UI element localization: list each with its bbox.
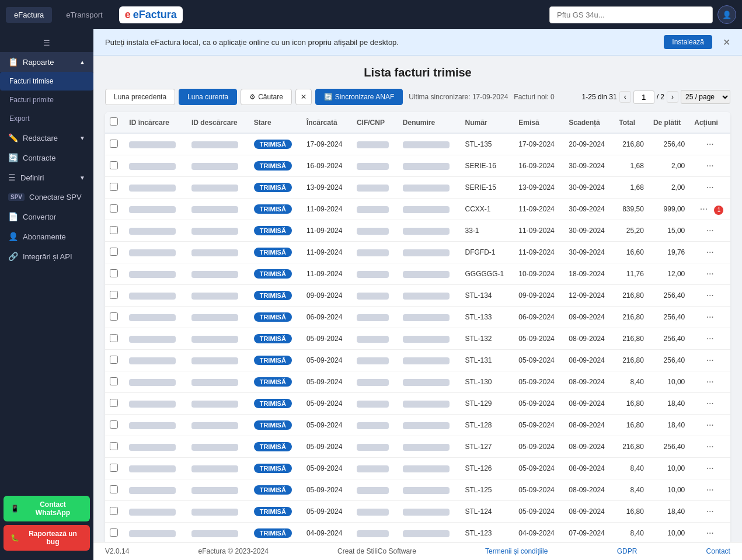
search-input[interactable] [549,6,713,23]
footer-contact-link[interactable]: Contact [706,547,730,555]
row-checkbox-17[interactable] [110,507,118,515]
cell-emisa-18: 04-09-2024 [514,523,564,542]
row-actions-button-13[interactable]: ··· [702,419,717,432]
row-actions-button-16[interactable]: ··· [702,484,717,496]
row-checkbox-9[interactable] [110,334,118,342]
row-actions-button-4[interactable]: ··· [702,224,717,237]
sidebar-item-facturi-primite[interactable]: Facturi primite [0,91,93,109]
row-checkbox-3[interactable] [110,204,118,213]
cell-incarcata-16: 05-09-2024 [302,479,352,501]
tab-efactura[interactable]: eFactura [6,7,52,23]
next-page-button[interactable]: › [667,91,678,103]
cell-incarcata-4: 11-09-2024 [302,220,352,242]
cell-cif-1 [352,155,398,177]
row-checkbox-1[interactable] [110,161,118,169]
cell-scadenta-15: 08-09-2024 [564,458,614,479]
row-checkbox-11[interactable] [110,377,118,385]
definitions-icon: ☰ [8,173,16,182]
sidebar-label-definiri: Definiri [20,173,44,182]
cell-total-6: 11,76 [614,263,649,285]
row-actions-button-0[interactable]: ··· [702,138,717,151]
footer-terms-link[interactable]: Termenii și condițiile [485,547,548,555]
row-actions-button-7[interactable]: ··· [702,289,717,302]
row-actions-button-1[interactable]: ··· [702,159,717,172]
row-checkbox-6[interactable] [110,269,118,277]
row-checkbox-5[interactable] [110,248,118,256]
row-actions-button-3[interactable]: ··· [696,203,711,215]
row-actions-button-8[interactable]: ··· [702,311,717,324]
row-actions-button-2[interactable]: ··· [702,181,717,194]
row-actions-button-15[interactable]: ··· [702,462,717,475]
row-checkbox-13[interactable] [110,420,118,429]
sidebar-item-contracte[interactable]: 🔄 Contracte [0,148,93,168]
row-checkbox-0[interactable] [110,140,118,148]
sidebar-toggle[interactable]: ☰ [0,34,93,52]
prev-page-button[interactable]: ‹ [619,91,631,103]
row-actions-button-9[interactable]: ··· [702,332,717,345]
sidebar-item-convertor[interactable]: 📄 Convertor [0,207,93,227]
cell-id-inc-0 [124,133,187,155]
cell-actiuni-3: ··· 1 [689,199,730,220]
sync-button[interactable]: 🔄 Sincronizare ANAF [315,89,403,105]
clear-search-button[interactable]: ✕ [295,89,312,105]
cell-scadenta-0: 20-09-2024 [564,133,614,155]
row-checkbox-15[interactable] [110,464,118,472]
cell-numar-8: STL-133 [460,307,514,328]
user-icon[interactable]: 👤 [717,5,736,24]
row-actions-button-14[interactable]: ··· [702,440,717,453]
footer-gdpr-link[interactable]: GDPR [617,547,638,555]
cell-scadenta-8: 09-09-2024 [564,307,614,328]
cell-cif-18 [352,523,398,542]
close-banner-button[interactable]: ✕ [723,37,730,48]
api-icon: 🔗 [8,252,18,261]
row-actions-button-10[interactable]: ··· [702,354,717,367]
cell-incarcata-11: 05-09-2024 [302,371,352,393]
cell-emisa-13: 05-09-2024 [514,415,564,436]
sidebar-item-abonamente[interactable]: 👤 Abonamente [0,227,93,246]
report-bug-button[interactable]: 🐛 Raportează un bug [4,525,90,551]
th-deplata: De plătit [649,112,689,133]
sidebar-item-export[interactable]: Export [0,109,93,128]
row-checkbox-14[interactable] [110,442,118,450]
sidebar-item-definiri[interactable]: ☰ Definiri ▼ [0,168,93,187]
search-button[interactable]: ⚙ Căutare [241,89,292,105]
row-actions-button-12[interactable]: ··· [702,397,717,410]
cell-actiuni-6: ··· [689,263,730,285]
cur-period-button[interactable]: Luna curenta [179,89,237,105]
logo-e-icon: e [125,9,131,21]
tab-etransport[interactable]: eTransport [58,7,110,23]
contact-whatsapp-button[interactable]: 📱 Contact WhatsApp [4,496,90,521]
chevron-down-icon-2: ▼ [79,175,85,181]
cell-id-desc-10 [187,350,249,371]
row-checkbox-18[interactable] [110,528,118,537]
cell-emisa-12: 05-09-2024 [514,393,564,415]
cell-stare-4: TRIMISĂ [249,220,302,242]
row-checkbox-16[interactable] [110,485,118,493]
prev-period-button[interactable]: Luna precedenta [105,89,175,105]
sidebar-item-integrari[interactable]: 🔗 Integrări și API [0,246,93,266]
cell-emisa-15: 05-09-2024 [514,458,564,479]
row-checkbox-4[interactable] [110,226,118,234]
row-actions-button-17[interactable]: ··· [702,505,717,518]
cell-total-1: 1,68 [614,155,649,177]
row-checkbox-12[interactable] [110,399,118,407]
row-checkbox-7[interactable] [110,291,118,299]
select-all-checkbox[interactable] [110,117,118,126]
row-checkbox-10[interactable] [110,356,118,364]
sidebar-item-facturi-trimise[interactable]: Facturi trimise [0,72,93,91]
row-actions-button-6[interactable]: ··· [702,267,717,280]
sidebar-item-redactare[interactable]: ✏️ Redactare ▼ [0,128,93,148]
row-actions-button-5[interactable]: ··· [702,246,717,259]
cell-denumire-6 [398,263,461,285]
sidebar-item-conectare-spv[interactable]: SPV Conectare SPV [0,187,93,207]
cell-incarcata-10: 05-09-2024 [302,350,352,371]
row-checkbox-2[interactable] [110,183,118,191]
per-page-select[interactable]: 25 / page 50 / page 100 / page [681,90,730,104]
cell-stare-9: TRIMISĂ [249,328,302,350]
install-button[interactable]: Instalează [664,35,712,49]
sidebar-item-rapoarte[interactable]: 📋 Rapoarte ▲ [0,52,93,72]
page-number-input[interactable]: 1 [633,91,654,104]
row-checkbox-8[interactable] [110,312,118,321]
row-actions-button-18[interactable]: ··· [702,527,717,540]
row-actions-button-11[interactable]: ··· [702,375,717,388]
